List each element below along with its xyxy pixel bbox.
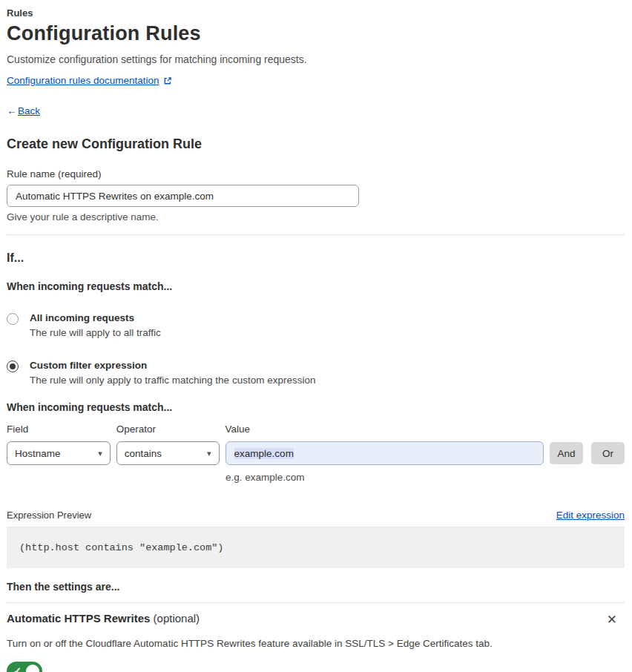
back-arrow-icon: ← bbox=[7, 105, 17, 116]
edit-expression-link[interactable]: Edit expression bbox=[556, 510, 625, 521]
rule-name-input[interactable] bbox=[7, 185, 359, 207]
chevron-down-icon: ▾ bbox=[98, 449, 102, 458]
check-icon: ✓ bbox=[13, 665, 22, 672]
then-settings-heading: Then the settings are... bbox=[7, 581, 625, 593]
operator-column: Operator contains ▾ bbox=[116, 424, 220, 465]
expression-preview-header: Expression Preview Edit expression bbox=[7, 510, 625, 527]
expression-preview-label: Expression Preview bbox=[7, 510, 91, 521]
setting-title-text: Automatic HTTPS Rewrites bbox=[7, 612, 150, 625]
setting-optional-text: (optional) bbox=[150, 612, 200, 625]
radio-description: The rule will apply to all traffic bbox=[30, 327, 161, 338]
operator-label: Operator bbox=[116, 424, 220, 435]
field-select[interactable]: Hostname ▾ bbox=[7, 441, 111, 465]
field-label: Field bbox=[7, 424, 111, 435]
radio-option-custom-filter[interactable]: Custom filter expression The rule will o… bbox=[7, 360, 625, 386]
rule-name-label: Rule name (required) bbox=[7, 168, 625, 179]
if-heading: If... bbox=[7, 251, 625, 265]
request-match-radio-group: All incoming requests The rule will appl… bbox=[7, 312, 625, 386]
external-link-icon bbox=[163, 76, 172, 85]
radio-option-texts: Custom filter expression The rule will o… bbox=[30, 360, 315, 386]
close-icon[interactable]: ✕ bbox=[604, 612, 620, 627]
or-button[interactable]: Or bbox=[591, 442, 625, 464]
operator-select-value: contains bbox=[125, 448, 162, 459]
documentation-row: Configuration rules documentation bbox=[7, 75, 625, 86]
radio-selected-icon[interactable] bbox=[7, 360, 19, 372]
radio-option-all-requests[interactable]: All incoming requests The rule will appl… bbox=[7, 312, 625, 338]
setting-title: Automatic HTTPS Rewrites (optional) bbox=[7, 612, 200, 625]
radio-label: Custom filter expression bbox=[30, 360, 315, 371]
configuration-rules-page: Rules Configuration Rules Customize conf… bbox=[0, 0, 632, 672]
documentation-link[interactable]: Configuration rules documentation bbox=[7, 75, 159, 86]
back-link[interactable]: Back bbox=[18, 105, 40, 116]
setting-description: Turn on or off the Cloudflare Automatic … bbox=[7, 638, 625, 649]
field-select-value: Hostname bbox=[15, 448, 61, 459]
match-heading-1: When incoming requests match... bbox=[7, 280, 625, 292]
breadcrumb: Rules bbox=[7, 7, 625, 19]
setting-header: Automatic HTTPS Rewrites (optional) ✕ bbox=[7, 612, 625, 627]
expression-preview-code: (http.host contains "example.com") bbox=[7, 527, 625, 568]
field-column: Field Hostname ▾ bbox=[7, 424, 111, 465]
https-rewrites-toggle[interactable]: ✓ bbox=[7, 662, 42, 672]
page-title: Configuration Rules bbox=[7, 22, 625, 45]
value-column: Value example.com bbox=[226, 424, 544, 465]
section-divider bbox=[7, 234, 625, 235]
operator-select[interactable]: contains ▾ bbox=[116, 441, 220, 465]
conjunction-buttons: And Or bbox=[550, 424, 625, 465]
rule-name-help: Give your rule a descriptive name. bbox=[7, 211, 625, 223]
value-input-text: example.com bbox=[234, 448, 294, 459]
back-row: ← Back bbox=[7, 105, 625, 116]
toggle-knob bbox=[26, 665, 39, 672]
value-input[interactable]: example.com bbox=[226, 441, 544, 465]
radio-unselected-icon[interactable] bbox=[7, 313, 19, 325]
radio-description: The rule will only apply to traffic matc… bbox=[30, 375, 315, 386]
radio-option-texts: All incoming requests The rule will appl… bbox=[30, 312, 161, 338]
expression-builder-row: Field Hostname ▾ Operator contains ▾ Val… bbox=[7, 424, 625, 465]
value-label: Value bbox=[226, 424, 544, 435]
chevron-down-icon: ▾ bbox=[207, 449, 211, 458]
and-button[interactable]: And bbox=[550, 442, 583, 464]
page-subtitle: Customize configuration settings for mat… bbox=[7, 53, 625, 65]
create-rule-heading: Create new Configuration Rule bbox=[7, 136, 625, 152]
value-help-text: e.g. example.com bbox=[226, 472, 625, 483]
automatic-https-rewrites-setting: Automatic HTTPS Rewrites (optional) ✕ Tu… bbox=[7, 602, 625, 672]
match-heading-2: When incoming requests match... bbox=[7, 401, 625, 413]
radio-label: All incoming requests bbox=[30, 312, 161, 323]
